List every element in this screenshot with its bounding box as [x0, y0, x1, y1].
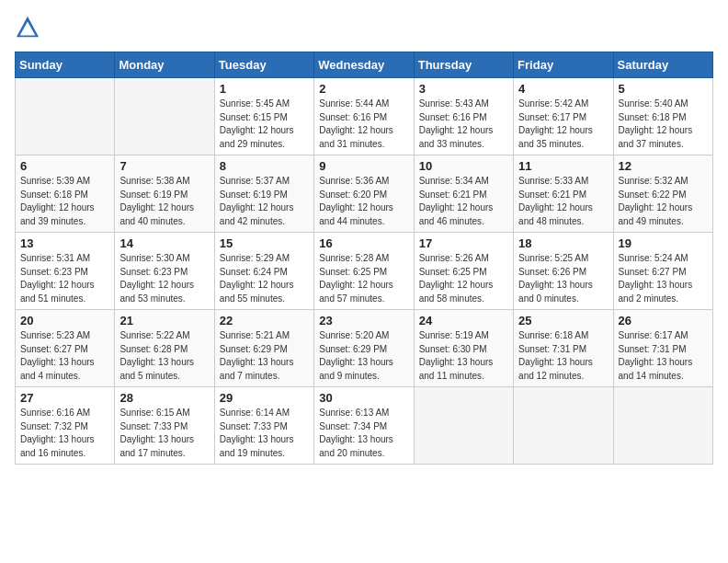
day-detail: Sunrise: 5:19 AM Sunset: 6:30 PM Dayligh…	[419, 329, 508, 383]
calendar-header-row: SundayMondayTuesdayWednesdayThursdayFrid…	[16, 52, 713, 78]
day-detail: Sunrise: 5:26 AM Sunset: 6:25 PM Dayligh…	[419, 252, 508, 305]
calendar-cell	[613, 387, 712, 465]
calendar-cell: 9Sunrise: 5:36 AM Sunset: 6:20 PM Daylig…	[314, 155, 414, 233]
calendar-week-row: 13Sunrise: 5:31 AM Sunset: 6:23 PM Dayli…	[16, 233, 713, 310]
day-number: 5	[619, 82, 708, 96]
day-number: 13	[20, 236, 109, 250]
calendar-cell: 25Sunrise: 6:18 AM Sunset: 7:31 PM Dayli…	[514, 310, 613, 387]
day-header-thursday: Thursday	[414, 52, 513, 78]
day-detail: Sunrise: 6:13 AM Sunset: 7:34 PM Dayligh…	[319, 407, 408, 460]
day-number: 25	[518, 314, 608, 327]
logo	[15, 15, 44, 40]
calendar-cell: 4Sunrise: 5:42 AM Sunset: 6:17 PM Daylig…	[514, 78, 613, 155]
calendar-cell: 1Sunrise: 5:45 AM Sunset: 6:15 PM Daylig…	[214, 78, 313, 155]
day-detail: Sunrise: 5:25 AM Sunset: 6:26 PM Dayligh…	[518, 252, 608, 305]
calendar-cell	[16, 78, 115, 155]
day-header-monday: Monday	[115, 52, 214, 78]
calendar-cell: 28Sunrise: 6:15 AM Sunset: 7:33 PM Dayli…	[115, 387, 214, 465]
calendar-cell: 26Sunrise: 6:17 AM Sunset: 7:31 PM Dayli…	[613, 310, 712, 387]
day-detail: Sunrise: 6:15 AM Sunset: 7:33 PM Dayligh…	[119, 407, 209, 460]
day-number: 27	[20, 391, 109, 405]
day-number: 15	[220, 236, 309, 250]
calendar-cell	[414, 387, 513, 465]
day-number: 14	[119, 236, 209, 250]
day-detail: Sunrise: 5:34 AM Sunset: 6:21 PM Dayligh…	[419, 175, 508, 228]
day-header-friday: Friday	[514, 52, 613, 78]
calendar-week-row: 20Sunrise: 5:23 AM Sunset: 6:27 PM Dayli…	[16, 310, 713, 387]
day-detail: Sunrise: 5:45 AM Sunset: 6:15 PM Dayligh…	[220, 98, 309, 151]
day-detail: Sunrise: 5:40 AM Sunset: 6:18 PM Dayligh…	[619, 98, 708, 151]
day-header-sunday: Sunday	[16, 52, 115, 78]
calendar-cell	[514, 387, 613, 465]
day-detail: Sunrise: 5:23 AM Sunset: 6:27 PM Dayligh…	[20, 329, 109, 383]
day-number: 4	[518, 82, 608, 96]
day-detail: Sunrise: 5:24 AM Sunset: 6:27 PM Dayligh…	[619, 252, 708, 305]
calendar-cell: 21Sunrise: 5:22 AM Sunset: 6:28 PM Dayli…	[115, 310, 214, 387]
calendar-cell: 6Sunrise: 5:39 AM Sunset: 6:18 PM Daylig…	[16, 155, 115, 233]
calendar-cell: 8Sunrise: 5:37 AM Sunset: 6:19 PM Daylig…	[214, 155, 313, 233]
calendar-cell: 12Sunrise: 5:32 AM Sunset: 6:22 PM Dayli…	[613, 155, 712, 233]
calendar-week-row: 1Sunrise: 5:45 AM Sunset: 6:15 PM Daylig…	[16, 78, 713, 155]
day-detail: Sunrise: 5:22 AM Sunset: 6:28 PM Dayligh…	[119, 329, 209, 383]
calendar-cell	[115, 78, 214, 155]
calendar-cell: 17Sunrise: 5:26 AM Sunset: 6:25 PM Dayli…	[414, 233, 513, 310]
day-header-tuesday: Tuesday	[214, 52, 313, 78]
day-number: 24	[419, 314, 508, 327]
day-number: 3	[419, 82, 508, 96]
calendar-cell: 3Sunrise: 5:43 AM Sunset: 6:16 PM Daylig…	[414, 78, 513, 155]
calendar-week-row: 27Sunrise: 6:16 AM Sunset: 7:32 PM Dayli…	[16, 387, 713, 465]
day-header-saturday: Saturday	[613, 52, 712, 78]
calendar-cell: 23Sunrise: 5:20 AM Sunset: 6:29 PM Dayli…	[314, 310, 414, 387]
day-number: 28	[119, 391, 209, 405]
calendar-cell: 7Sunrise: 5:38 AM Sunset: 6:19 PM Daylig…	[115, 155, 214, 233]
calendar-cell: 2Sunrise: 5:44 AM Sunset: 6:16 PM Daylig…	[314, 78, 414, 155]
day-detail: Sunrise: 5:42 AM Sunset: 6:17 PM Dayligh…	[518, 98, 608, 151]
day-number: 22	[220, 314, 309, 327]
day-number: 1	[220, 82, 309, 96]
day-detail: Sunrise: 5:30 AM Sunset: 6:23 PM Dayligh…	[119, 252, 209, 305]
day-detail: Sunrise: 5:31 AM Sunset: 6:23 PM Dayligh…	[20, 252, 109, 305]
day-detail: Sunrise: 5:32 AM Sunset: 6:22 PM Dayligh…	[619, 175, 708, 228]
calendar-cell: 18Sunrise: 5:25 AM Sunset: 6:26 PM Dayli…	[514, 233, 613, 310]
day-number: 12	[619, 159, 708, 173]
day-detail: Sunrise: 5:29 AM Sunset: 6:24 PM Dayligh…	[220, 252, 309, 305]
day-number: 21	[119, 314, 209, 327]
day-detail: Sunrise: 5:44 AM Sunset: 6:16 PM Dayligh…	[319, 98, 408, 151]
calendar-cell: 20Sunrise: 5:23 AM Sunset: 6:27 PM Dayli…	[16, 310, 115, 387]
day-number: 23	[319, 314, 408, 327]
day-detail: Sunrise: 6:14 AM Sunset: 7:33 PM Dayligh…	[220, 407, 309, 460]
day-number: 16	[319, 236, 408, 250]
header	[15, 15, 713, 40]
day-number: 18	[518, 236, 608, 250]
calendar-week-row: 6Sunrise: 5:39 AM Sunset: 6:18 PM Daylig…	[16, 155, 713, 233]
logo-icon	[15, 15, 40, 40]
day-number: 7	[119, 159, 209, 173]
calendar-cell: 30Sunrise: 6:13 AM Sunset: 7:34 PM Dayli…	[314, 387, 414, 465]
calendar-cell: 19Sunrise: 5:24 AM Sunset: 6:27 PM Dayli…	[613, 233, 712, 310]
calendar-cell: 11Sunrise: 5:33 AM Sunset: 6:21 PM Dayli…	[514, 155, 613, 233]
day-detail: Sunrise: 5:33 AM Sunset: 6:21 PM Dayligh…	[518, 175, 608, 228]
calendar-cell: 13Sunrise: 5:31 AM Sunset: 6:23 PM Dayli…	[16, 233, 115, 310]
day-number: 30	[319, 391, 408, 405]
day-number: 20	[20, 314, 109, 327]
day-number: 19	[619, 236, 708, 250]
calendar-cell: 15Sunrise: 5:29 AM Sunset: 6:24 PM Dayli…	[214, 233, 313, 310]
day-detail: Sunrise: 6:18 AM Sunset: 7:31 PM Dayligh…	[518, 329, 608, 383]
day-detail: Sunrise: 5:37 AM Sunset: 6:19 PM Dayligh…	[220, 175, 309, 228]
calendar-cell: 10Sunrise: 5:34 AM Sunset: 6:21 PM Dayli…	[414, 155, 513, 233]
day-detail: Sunrise: 5:38 AM Sunset: 6:19 PM Dayligh…	[119, 175, 209, 228]
calendar-cell: 24Sunrise: 5:19 AM Sunset: 6:30 PM Dayli…	[414, 310, 513, 387]
day-number: 11	[518, 159, 608, 173]
calendar-cell: 22Sunrise: 5:21 AM Sunset: 6:29 PM Dayli…	[214, 310, 313, 387]
day-number: 17	[419, 236, 508, 250]
day-number: 9	[319, 159, 408, 173]
day-detail: Sunrise: 5:36 AM Sunset: 6:20 PM Dayligh…	[319, 175, 408, 228]
calendar-table: SundayMondayTuesdayWednesdayThursdayFrid…	[15, 52, 713, 465]
day-detail: Sunrise: 5:20 AM Sunset: 6:29 PM Dayligh…	[319, 329, 408, 383]
day-number: 2	[319, 82, 408, 96]
day-detail: Sunrise: 5:39 AM Sunset: 6:18 PM Dayligh…	[20, 175, 109, 228]
day-number: 26	[619, 314, 708, 327]
day-detail: Sunrise: 5:43 AM Sunset: 6:16 PM Dayligh…	[419, 98, 508, 151]
day-number: 8	[220, 159, 309, 173]
day-number: 6	[20, 159, 109, 173]
